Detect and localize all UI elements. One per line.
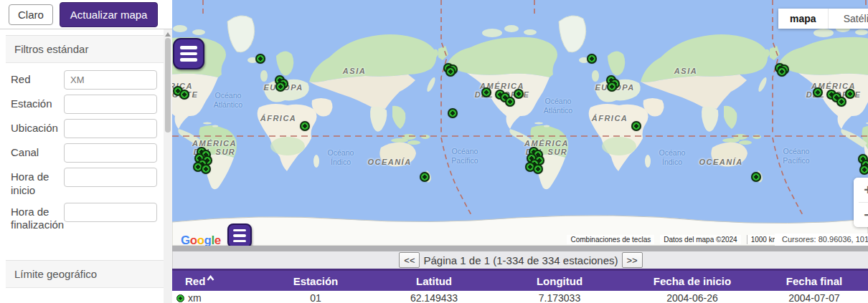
station-marker[interactable] [201, 164, 211, 174]
horizontal-divider [172, 246, 868, 251]
station-marker[interactable] [533, 164, 543, 174]
prev-page-button[interactable]: << [399, 252, 420, 268]
next-page-button[interactable]: >> [622, 252, 643, 268]
station-marker[interactable] [505, 97, 515, 107]
filter-label: Ubicación [11, 119, 64, 135]
station-marker[interactable] [587, 54, 597, 64]
map[interactable]: AMÉRICA DEL NORTEEUROPAÁFRICAASIAAMÉRICA… [172, 0, 868, 246]
column-label: Estación [293, 275, 339, 287]
keyboard-shortcuts-link[interactable]: Combinaciones de teclas [567, 235, 654, 244]
cell: 7.173033 [495, 292, 624, 303]
map-attribution: Combinaciones de teclas Datos del mapa ©… [172, 234, 868, 245]
station-marker[interactable] [631, 121, 641, 131]
column-label: Fecha final [786, 275, 842, 287]
clear-button[interactable]: Claro [9, 4, 53, 25]
table-header: RedEstaciónLatitudLongitudFecha de inici… [172, 269, 868, 291]
station-marker-icon [176, 294, 184, 302]
filter-input-canal[interactable] [64, 143, 157, 163]
table-row[interactable]: xm0162.1494337.1730332004-06-262004-07-0… [172, 291, 868, 303]
station-marker[interactable] [448, 108, 458, 118]
scrollbar-thumb[interactable] [165, 38, 171, 133]
filter-label: Hora de finalización [11, 203, 64, 233]
cursor-readout: Cursores: 80.96036, 101.90 [775, 234, 868, 246]
column-label: Fecha de inicio [654, 275, 731, 287]
map-type-satellite-button[interactable]: Satélite [828, 9, 868, 29]
standard-filters-section: Filtros estándar RedEstaciónUbicaciónCan… [6, 35, 166, 240]
station-marker[interactable] [481, 87, 491, 97]
cell: 01 [258, 292, 373, 303]
station-marker[interactable] [179, 90, 189, 100]
column-header-fecha-de-inicio[interactable]: Fecha de inicio [624, 275, 760, 287]
column-label: Latitud [416, 275, 452, 287]
world-map-graphic [172, 0, 868, 246]
filter-label: Hora de inicio [11, 168, 64, 198]
toolbar: Claro Actualizar mapa [0, 0, 172, 29]
column-header-estacion[interactable]: Estación [258, 275, 373, 287]
station-marker[interactable] [300, 121, 310, 131]
cell: 2004-06-26 [624, 292, 760, 303]
cell: 2004-07-07 [760, 292, 868, 303]
map-type-control: mapa Satélite [778, 9, 868, 29]
table-body: xm0162.1494337.1730332004-06-262004-07-0… [172, 291, 868, 303]
filter-row: Estación [11, 95, 166, 114]
station-marker[interactable] [859, 165, 868, 175]
geographic-limit-header: Límite geográfico [6, 260, 166, 288]
filter-row: Canal [11, 143, 166, 163]
station-marker[interactable] [751, 172, 761, 182]
map-type-map-button[interactable]: mapa [778, 9, 828, 29]
geographic-limit-content [6, 288, 166, 303]
station-marker[interactable] [845, 89, 855, 99]
filter-row: Hora de inicio [11, 168, 166, 198]
filter-label: Estación [11, 95, 64, 111]
filter-row: Hora de finalización [11, 203, 166, 233]
cell-text: xm [188, 292, 202, 303]
pagination-status: Página 1 de 1 (1-334 de 334 estaciones) [423, 254, 618, 266]
station-marker[interactable] [813, 87, 823, 97]
geographic-limit-section: Límite geográfico [6, 260, 166, 303]
station-marker[interactable] [420, 172, 430, 182]
station-marker[interactable] [275, 82, 286, 92]
zoom-out-button[interactable]: − [854, 203, 868, 227]
sort-asc-icon [207, 275, 214, 281]
zoom-in-button[interactable]: + [854, 178, 868, 202]
pagination: << Página 1 de 1 (1-334 de 334 estacione… [172, 251, 868, 269]
filter-input-red[interactable] [64, 70, 157, 90]
filter-input-ubicacion[interactable] [64, 119, 157, 138]
station-marker[interactable] [607, 82, 617, 92]
filter-row: Red [11, 70, 166, 90]
filter-label: Canal [11, 143, 64, 160]
station-marker[interactable] [255, 54, 265, 64]
hamburger-icon [180, 46, 197, 62]
column-header-longitud[interactable]: Longitud [495, 275, 624, 287]
filter-label: Red [11, 70, 64, 87]
sidebar: Claro Actualizar mapa Filtros estándar R… [0, 0, 172, 303]
sidebar-scrollbar[interactable] [164, 29, 172, 303]
filter-input-hora-de-finalizacion[interactable] [64, 203, 157, 222]
column-header-red[interactable]: Red [172, 275, 258, 287]
filter-input-estacion[interactable] [64, 95, 157, 114]
column-label: Longitud [537, 275, 582, 287]
column-header-fecha-final[interactable]: Fecha final [760, 275, 868, 287]
column-label: Red [185, 275, 205, 287]
filter-row: Ubicación [11, 119, 166, 138]
map-data-label: Datos del mapa ©2024 [660, 235, 740, 244]
station-marker[interactable] [777, 67, 787, 77]
standard-filters-header: Filtros estándar [6, 35, 166, 63]
zoom-control: + − [854, 178, 868, 227]
cell: 62.149433 [373, 292, 495, 303]
scroll-up-icon[interactable] [165, 32, 171, 37]
cell: xm [172, 292, 258, 303]
station-marker[interactable] [836, 97, 846, 107]
station-marker[interactable] [445, 67, 456, 77]
update-map-button[interactable]: Actualizar mapa [60, 2, 159, 27]
layers-menu-button[interactable] [173, 38, 204, 69]
station-marker[interactable] [514, 89, 524, 99]
filter-input-hora-de-inicio[interactable] [64, 168, 157, 187]
column-header-latitud[interactable]: Latitud [373, 275, 495, 287]
station-browser: Claro Actualizar mapa Filtros estándar R… [0, 0, 868, 303]
